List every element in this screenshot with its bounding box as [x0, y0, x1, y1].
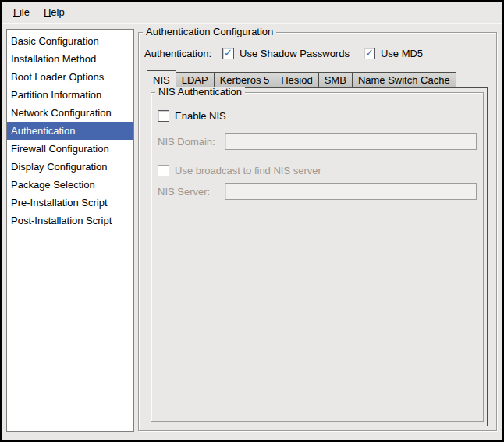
- authentication-configuration-frame: Authentication Configuration Authenticat…: [138, 32, 497, 431]
- use-broadcast-checkbox: Use broadcast to find NIS server: [158, 165, 321, 176]
- nis-domain-row: NIS Domain:: [158, 133, 477, 150]
- nis-domain-label: NIS Domain:: [158, 136, 225, 148]
- menu-file-label: ile: [20, 6, 30, 18]
- checkbox-box: [158, 165, 169, 176]
- checkmark-icon: ✓: [365, 48, 374, 58]
- tab-kerberos-5[interactable]: Kerberos 5: [215, 72, 276, 87]
- tab-nis[interactable]: NIS: [147, 70, 176, 88]
- checkbox-box: ✓: [364, 48, 375, 59]
- tab-ldap[interactable]: LDAP: [176, 72, 215, 87]
- sidebar-item-network-configuration[interactable]: Network Configuration: [7, 104, 133, 122]
- sidebar-item-partition-information[interactable]: Partition Information: [7, 86, 133, 104]
- sidebar-item-boot-loader-options[interactable]: Boot Loader Options: [7, 68, 133, 86]
- checkbox-box: [158, 110, 169, 122]
- nis-server-row: NIS Server:: [158, 183, 477, 200]
- use-md5-checkbox[interactable]: ✓ Use MD5: [364, 48, 423, 59]
- checkbox-box: ✓: [222, 48, 234, 59]
- use-shadow-passwords-checkbox[interactable]: ✓ Use Shadow Passwords: [222, 48, 350, 59]
- use-broadcast-label: Use broadcast to find NIS server: [175, 165, 321, 176]
- sidebar-item-basic-configuration[interactable]: Basic Configuration: [7, 32, 133, 50]
- menu-file[interactable]: File: [6, 3, 37, 21]
- sidebar-item-display-configuration[interactable]: Display Configuration: [7, 158, 133, 176]
- sidebar-item-firewall-configuration[interactable]: Firewall Configuration: [7, 140, 133, 158]
- nis-tab-panel: NIS Authentication Enable NIS NIS Domain…: [147, 87, 488, 426]
- enable-nis-label: Enable NIS: [175, 110, 226, 122]
- nis-domain-input: [225, 133, 477, 150]
- sidebar-item-authentication[interactable]: Authentication: [7, 122, 133, 140]
- tab-hesiod[interactable]: Hesiod: [275, 72, 318, 87]
- menubar: File Help: [2, 2, 502, 23]
- authentication-label: Authentication:: [144, 48, 211, 59]
- sidebar-item-package-selection[interactable]: Package Selection: [7, 176, 133, 194]
- checkmark-icon: ✓: [224, 48, 232, 58]
- menu-file-mnemonic: F: [13, 6, 20, 18]
- kickstart-configurator-window: File Help Basic Configuration Installati…: [0, 0, 504, 442]
- menu-help-mnemonic: H: [44, 6, 51, 18]
- sidebar-item-installation-method[interactable]: Installation Method: [7, 50, 133, 68]
- menu-help-label: elp: [51, 6, 64, 18]
- auth-tabs: NIS LDAP Kerberos 5 Hesiod SMB Name Swit…: [147, 70, 456, 87]
- authentication-options-row: Authentication: ✓ Use Shadow Passwords ✓…: [144, 46, 423, 60]
- nis-authentication-frame: NIS Authentication Enable NIS NIS Domain…: [151, 92, 484, 422]
- nis-server-label: NIS Server:: [158, 186, 225, 198]
- frame-title: Authentication Configuration: [143, 26, 276, 38]
- section-list: Basic Configuration Installation Method …: [6, 29, 134, 432]
- sidebar-item-pre-installation-script[interactable]: Pre-Installation Script: [7, 194, 133, 212]
- use-shadow-passwords-label: Use Shadow Passwords: [240, 48, 350, 59]
- tab-smb[interactable]: SMB: [319, 72, 353, 87]
- enable-nis-checkbox[interactable]: Enable NIS: [158, 110, 226, 122]
- sidebar-item-post-installation-script[interactable]: Post-Installation Script: [7, 212, 133, 230]
- use-md5-label: Use MD5: [381, 48, 423, 59]
- tab-name-switch-cache[interactable]: Name Switch Cache: [353, 72, 456, 87]
- menu-help[interactable]: Help: [37, 3, 72, 21]
- nis-server-input: [225, 183, 477, 200]
